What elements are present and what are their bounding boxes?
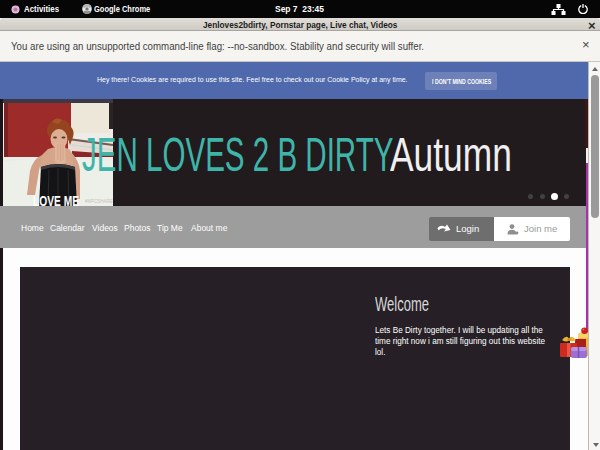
svg-text:LOVE ME: LOVE ME — [33, 193, 79, 207]
svg-text:#MFCSHARE: #MFCSHARE — [85, 199, 113, 204]
